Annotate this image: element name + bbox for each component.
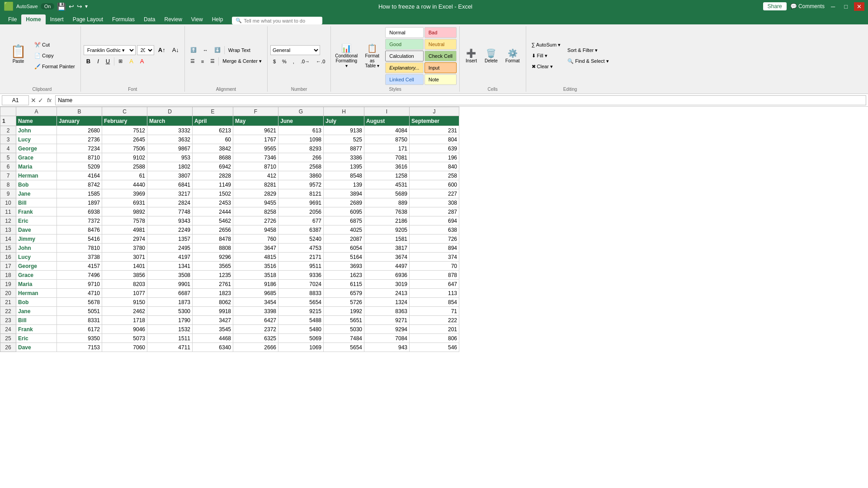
header-cell-january[interactable]: January [57, 116, 102, 126]
data-cell[interactable]: 7506 [102, 144, 147, 153]
data-cell[interactable]: 9892 [102, 207, 147, 216]
data-cell[interactable]: 953 [147, 153, 193, 162]
data-cell[interactable]: 5073 [102, 334, 147, 343]
data-cell[interactable]: 9296 [193, 253, 233, 262]
data-cell[interactable]: 1069 [278, 343, 324, 352]
data-cell[interactable]: 4468 [193, 334, 233, 343]
name-cell[interactable]: Jane [16, 307, 57, 316]
style-note[interactable]: Note [425, 74, 457, 85]
data-cell[interactable]: 8121 [278, 189, 324, 198]
data-cell[interactable]: 113 [410, 289, 459, 298]
data-cell[interactable]: 1341 [147, 262, 193, 271]
data-cell[interactable]: 227 [410, 189, 459, 198]
data-cell[interactable]: 1767 [233, 135, 278, 144]
style-linked-cell[interactable]: Linked Cell [385, 74, 423, 85]
data-cell[interactable]: 9150 [102, 298, 147, 307]
style-normal[interactable]: Normal [385, 27, 423, 38]
data-cell[interactable]: 6936 [364, 271, 410, 280]
row-num-19[interactable]: 19 [0, 280, 16, 289]
row-num-7[interactable]: 7 [0, 171, 16, 180]
data-cell[interactable]: 639 [410, 144, 459, 153]
data-cell[interactable]: 5726 [324, 298, 364, 307]
data-cell[interactable]: 5654 [278, 298, 324, 307]
data-cell[interactable]: 8710 [233, 162, 278, 171]
style-input[interactable]: Input [425, 62, 457, 73]
sort-filter-button[interactable]: Sort & Filter ▾ [565, 45, 612, 55]
style-neutral[interactable]: Neutral [425, 39, 457, 50]
tab-data[interactable]: Data [139, 14, 160, 24]
data-cell[interactable]: 726 [410, 235, 459, 244]
data-cell[interactable]: 3616 [364, 162, 410, 171]
style-check-cell[interactable]: Check Cell [425, 51, 457, 61]
font-color-button[interactable]: A [137, 56, 147, 66]
data-cell[interactable]: 258 [410, 171, 459, 180]
data-cell[interactable]: 854 [410, 298, 459, 307]
data-cell[interactable]: 5651 [324, 316, 364, 325]
data-cell[interactable]: 1585 [57, 189, 102, 198]
paste-button[interactable]: 📋 Paste [6, 42, 30, 69]
row-num-18[interactable]: 18 [0, 271, 16, 280]
data-cell[interactable]: 7372 [57, 216, 102, 225]
header-cell-name[interactable]: Name [16, 116, 57, 126]
data-cell[interactable]: 3647 [233, 244, 278, 253]
sheet-container[interactable]: A B C D E F G H I J 1 Name January Febru… [0, 107, 868, 488]
data-cell[interactable]: 1992 [324, 307, 364, 316]
data-cell[interactable]: 6054 [324, 244, 364, 253]
font-grow-button[interactable]: A↑ [156, 45, 168, 55]
align-top-button[interactable]: ⬆️ [188, 45, 199, 55]
format-as-table-button[interactable]: 📋 Format asTable ▾ [360, 44, 384, 67]
data-cell[interactable]: 4197 [147, 253, 193, 262]
data-cell[interactable]: 8281 [233, 180, 278, 189]
data-cell[interactable]: 5300 [147, 307, 193, 316]
data-cell[interactable]: 7234 [57, 144, 102, 153]
data-cell[interactable]: 6427 [233, 316, 278, 325]
col-header-G[interactable]: G [278, 107, 324, 116]
data-cell[interactable]: 8742 [57, 180, 102, 189]
data-cell[interactable]: 2656 [193, 225, 233, 235]
data-cell[interactable]: 2761 [193, 280, 233, 289]
data-cell[interactable]: 5689 [364, 189, 410, 198]
merge-center-button[interactable]: Merge & Center ▾ [220, 56, 264, 66]
conditional-formatting-button[interactable]: 📊 ConditionalFormatting ▾ [334, 44, 359, 67]
data-cell[interactable]: 3807 [147, 171, 193, 180]
data-cell[interactable]: 4815 [233, 253, 278, 262]
data-cell[interactable]: 7748 [147, 207, 193, 216]
tab-insert[interactable]: Insert [46, 14, 68, 24]
data-cell[interactable]: 7496 [57, 271, 102, 280]
data-cell[interactable]: 6387 [278, 225, 324, 235]
data-cell[interactable]: 9350 [57, 334, 102, 343]
clear-button[interactable]: ✖ Clear ▾ [529, 61, 564, 71]
data-cell[interactable]: 3217 [147, 189, 193, 198]
name-cell[interactable]: Lucy [16, 135, 57, 144]
data-cell[interactable]: 5051 [57, 307, 102, 316]
data-cell[interactable]: 7578 [102, 216, 147, 225]
data-cell[interactable]: 1235 [193, 271, 233, 280]
data-cell[interactable]: 3427 [193, 316, 233, 325]
data-cell[interactable]: 70 [410, 262, 459, 271]
row-num-15[interactable]: 15 [0, 244, 16, 253]
data-cell[interactable]: 5030 [324, 325, 364, 334]
row-num-3[interactable]: 3 [0, 135, 16, 144]
data-cell[interactable]: 1873 [147, 298, 193, 307]
data-cell[interactable]: 139 [324, 180, 364, 189]
data-cell[interactable]: 1897 [57, 198, 102, 207]
fill-button[interactable]: ⬇ Fill ▾ [529, 51, 564, 61]
data-cell[interactable]: 2087 [324, 235, 364, 244]
row-num-21[interactable]: 21 [0, 298, 16, 307]
wrap-text-button[interactable]: Wrap Text [226, 45, 253, 55]
data-cell[interactable]: 6172 [57, 325, 102, 334]
data-cell[interactable]: 5209 [57, 162, 102, 171]
data-cell[interactable]: 2453 [193, 198, 233, 207]
cancel-formula-icon[interactable]: ✕ [31, 97, 36, 104]
data-cell[interactable]: 3632 [147, 135, 193, 144]
data-cell[interactable]: 9621 [233, 126, 278, 135]
data-cell[interactable]: 374 [410, 253, 459, 262]
data-cell[interactable]: 5654 [324, 343, 364, 352]
autosave-toggle[interactable]: On [41, 3, 55, 9]
data-cell[interactable]: 1395 [324, 162, 364, 171]
data-cell[interactable]: 2974 [102, 235, 147, 244]
data-cell[interactable]: 2689 [324, 198, 364, 207]
data-cell[interactable]: 6115 [324, 280, 364, 289]
data-cell[interactable]: 8476 [57, 225, 102, 235]
close-button[interactable]: ✕ [854, 2, 864, 11]
